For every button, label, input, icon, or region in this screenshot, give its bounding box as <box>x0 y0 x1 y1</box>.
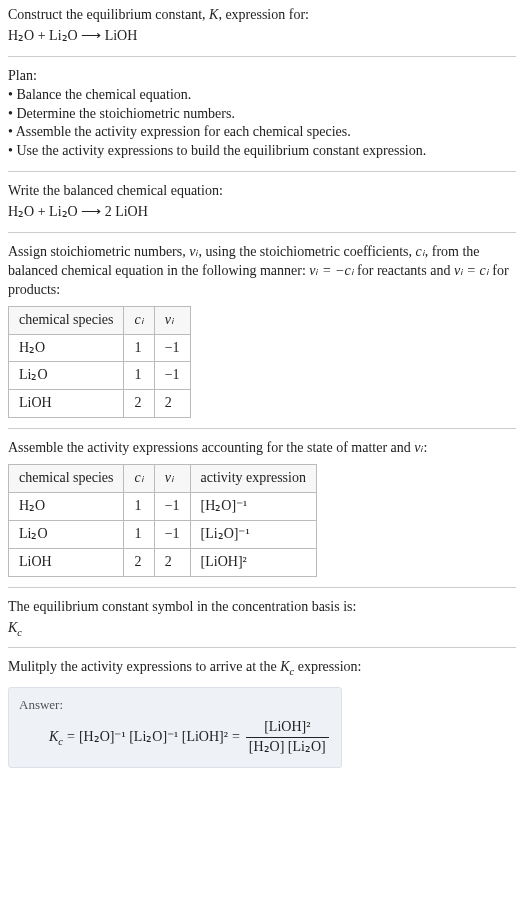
answer-equation: Kc = [H₂O]⁻¹ [Li₂O]⁻¹ [LiOH]² = [LiOH]² … <box>19 718 331 757</box>
activity-heading-nu: νᵢ <box>414 440 423 455</box>
col-activity: activity expression <box>190 465 316 493</box>
intro-text-pre: Construct the equilibrium constant, <box>8 7 209 22</box>
multiply-text-pre: Mulitply the activity expressions to arr… <box>8 659 280 674</box>
intro-text-post: , expression for: <box>218 7 309 22</box>
cell-nu: 2 <box>154 548 190 576</box>
col-nu: νᵢ <box>154 465 190 493</box>
answer-box: Answer: Kc = [H₂O]⁻¹ [Li₂O]⁻¹ [LiOH]² = … <box>8 687 342 767</box>
table-row: LiOH 2 2 [LiOH]² <box>9 548 317 576</box>
cell-ci: 1 <box>124 362 154 390</box>
table-row: Li₂O 1 −1 [Li₂O]⁻¹ <box>9 520 317 548</box>
equals-1: = <box>67 728 75 747</box>
table-row: LiOH 2 2 <box>9 390 191 418</box>
activity-heading: Assemble the activity expressions accoun… <box>8 439 516 458</box>
stoich-block: Assign stoichiometric numbers, νᵢ, using… <box>8 243 516 418</box>
stoich-rule-react: νᵢ = −cᵢ <box>309 263 353 278</box>
divider <box>8 647 516 648</box>
plan-heading: Plan: <box>8 67 516 86</box>
multiply-text-post: expression: <box>294 659 361 674</box>
col-nu: νᵢ <box>154 306 190 334</box>
cell-activity: [LiOH]² <box>190 548 316 576</box>
intro-k: K <box>209 7 218 22</box>
cell-nu: −1 <box>154 334 190 362</box>
table-row: H₂O 1 −1 <box>9 334 191 362</box>
cell-ci: 1 <box>124 493 154 521</box>
divider <box>8 56 516 57</box>
cell-ci: 1 <box>124 520 154 548</box>
table-header-row: chemical species cᵢ νᵢ activity expressi… <box>9 465 317 493</box>
answer-denominator: [H₂O] [Li₂O] <box>246 738 329 757</box>
table-header-row: chemical species cᵢ νᵢ <box>9 306 191 334</box>
table-row: Li₂O 1 −1 <box>9 362 191 390</box>
cell-species: LiOH <box>9 390 124 418</box>
answer-numerator: [LiOH]² <box>246 718 329 738</box>
activity-heading-pre: Assemble the activity expressions accoun… <box>8 440 414 455</box>
cell-ci: 2 <box>124 390 154 418</box>
intro-block: Construct the equilibrium constant, K, e… <box>8 6 516 46</box>
balanced-block: Write the balanced chemical equation: H₂… <box>8 182 516 222</box>
divider <box>8 171 516 172</box>
plan-bullet-4: • Use the activity expressions to build … <box>8 142 516 161</box>
table-row: H₂O 1 −1 [H₂O]⁻¹ <box>9 493 317 521</box>
answer-label: Answer: <box>19 696 331 714</box>
plan-bullet-1: • Balance the chemical equation. <box>8 86 516 105</box>
activity-heading-post: : <box>424 440 428 455</box>
stoich-text: Assign stoichiometric numbers, νᵢ, using… <box>8 243 516 300</box>
stoich-text-pre: Assign stoichiometric numbers, <box>8 244 189 259</box>
balanced-equation: H₂O + Li₂O ⟶ 2 LiOH <box>8 203 516 222</box>
cell-species: Li₂O <box>9 520 124 548</box>
col-ci: cᵢ <box>124 465 154 493</box>
cell-ci: 1 <box>124 334 154 362</box>
equals-2: = <box>232 728 240 747</box>
cell-species: H₂O <box>9 334 124 362</box>
plan-block: Plan: • Balance the chemical equation. •… <box>8 67 516 161</box>
cell-species: LiOH <box>9 548 124 576</box>
answer-lhs: Kc <box>49 728 63 747</box>
stoich-text-mid3: for reactants and <box>354 263 454 278</box>
divider <box>8 428 516 429</box>
symbol-text: The equilibrium constant symbol in the c… <box>8 598 516 617</box>
intro-equation: H₂O + Li₂O ⟶ LiOH <box>8 27 516 46</box>
cell-nu: −1 <box>154 493 190 521</box>
cell-activity: [Li₂O]⁻¹ <box>190 520 316 548</box>
col-species: chemical species <box>9 465 124 493</box>
cell-species: Li₂O <box>9 362 124 390</box>
col-ci: cᵢ <box>124 306 154 334</box>
cell-species: H₂O <box>9 493 124 521</box>
activity-block: Assemble the activity expressions accoun… <box>8 439 516 576</box>
stoich-rule-prod: νᵢ = cᵢ <box>454 263 489 278</box>
plan-bullet-2: • Determine the stoichiometric numbers. <box>8 105 516 124</box>
divider <box>8 232 516 233</box>
multiply-block: Mulitply the activity expressions to arr… <box>8 658 516 677</box>
symbol-kc: Kc <box>8 619 516 638</box>
stoich-text-mid1: , using the stoichiometric coefficients, <box>198 244 415 259</box>
activity-table: chemical species cᵢ νᵢ activity expressi… <box>8 464 317 577</box>
cell-nu: −1 <box>154 362 190 390</box>
answer-product: [H₂O]⁻¹ [Li₂O]⁻¹ [LiOH]² <box>79 728 228 747</box>
multiply-kc: Kc <box>280 659 294 674</box>
cell-activity: [H₂O]⁻¹ <box>190 493 316 521</box>
plan-bullet-3: • Assemble the activity expression for e… <box>8 123 516 142</box>
balanced-heading: Write the balanced chemical equation: <box>8 182 516 201</box>
symbol-block: The equilibrium constant symbol in the c… <box>8 598 516 638</box>
cell-nu: 2 <box>154 390 190 418</box>
cell-ci: 2 <box>124 548 154 576</box>
divider <box>8 587 516 588</box>
answer-fraction: [LiOH]² [H₂O] [Li₂O] <box>246 718 329 757</box>
col-species: chemical species <box>9 306 124 334</box>
stoich-table: chemical species cᵢ νᵢ H₂O 1 −1 Li₂O 1 −… <box>8 306 191 419</box>
stoich-ci: cᵢ <box>416 244 425 259</box>
cell-nu: −1 <box>154 520 190 548</box>
